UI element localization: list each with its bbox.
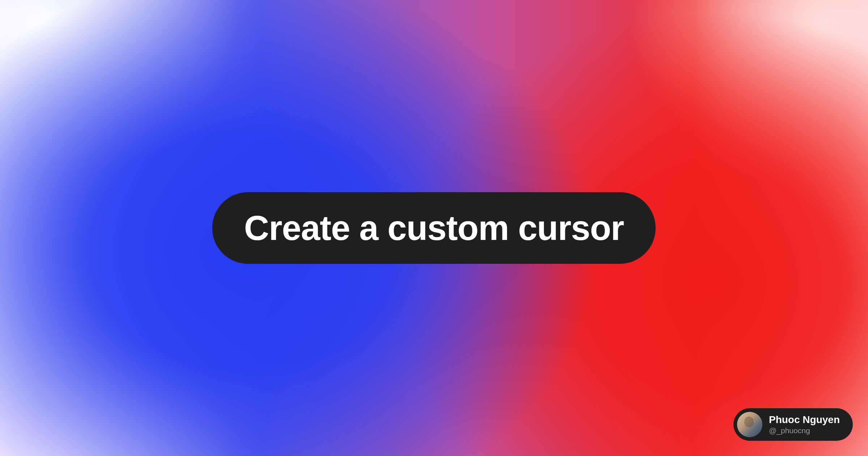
author-name: Phuoc Nguyen [769,413,840,426]
author-handle: @_phuocng [769,426,840,435]
title-pill: Create a custom cursor [212,192,656,264]
page-title: Create a custom cursor [244,208,624,247]
author-text: Phuoc Nguyen @_phuocng [769,413,840,435]
author-badge[interactable]: Phuoc Nguyen @_phuocng [733,408,853,441]
author-avatar [737,412,762,437]
